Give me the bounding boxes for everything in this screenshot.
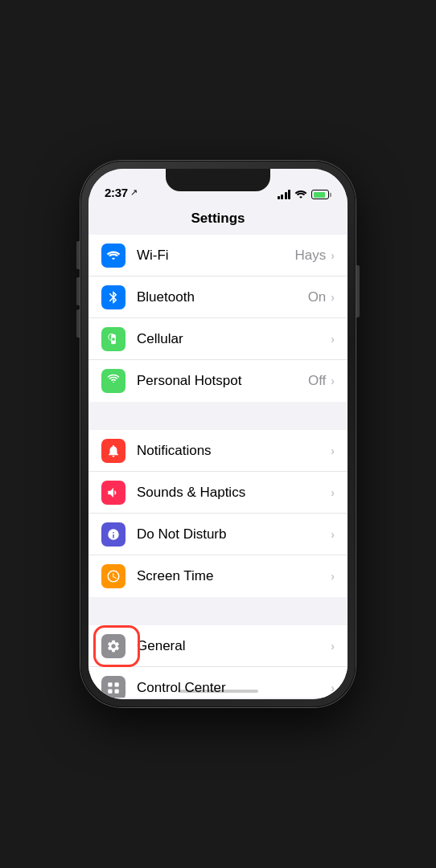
row-cellular[interactable]: Cellular › [88,318,348,360]
donotdisturb-label: Do Not Disturb [137,526,331,542]
hotspot-label: Personal Hotspot [137,373,308,389]
section-connectivity: Wi-Fi Hays › Bluetooth On › [88,235,348,402]
screentime-label: Screen Time [137,568,331,584]
controlcenter-icon [101,676,125,698]
donotdisturb-chevron: › [331,528,335,541]
notifications-chevron: › [331,444,335,457]
cellular-icon [101,327,125,351]
svg-rect-4 [115,682,119,686]
settings-content: Settings Wi-Fi [88,204,348,699]
hotspot-icon [101,369,125,393]
donotdisturb-icon [101,522,125,547]
row-sounds[interactable]: Sounds & Haptics › [88,472,348,514]
bluetooth-value: On [308,289,327,305]
sounds-icon [101,481,125,505]
controlcenter-label: Control Center [137,680,331,696]
battery-icon [311,190,331,199]
hotspot-chevron: › [331,375,335,387]
section-alerts: Notifications › Sounds & Haptics › [88,430,348,597]
general-label: General [137,638,331,654]
location-icon: ↗ [130,187,138,198]
home-indicator [178,690,258,693]
settings-list: Wi-Fi Hays › Bluetooth On › [88,235,348,698]
cellular-chevron: › [331,333,335,346]
sounds-chevron: › [331,486,335,499]
bluetooth-icon [101,285,125,309]
row-hotspot[interactable]: Personal Hotspot Off › [88,360,348,402]
notch [166,169,270,191]
screentime-chevron: › [331,570,335,583]
settings-header: Settings [88,204,348,235]
controlcenter-chevron: › [331,682,335,694]
svg-rect-5 [108,689,112,693]
gap-1 [88,402,348,430]
phone-frame: 2:37 ↗ [80,161,356,707]
cellular-label: Cellular [137,331,326,347]
bluetooth-chevron: › [331,291,335,304]
hotspot-value: Off [308,373,326,389]
row-wifi[interactable]: Wi-Fi Hays › [88,235,348,276]
phone-screen: 2:37 ↗ [88,169,348,699]
svg-point-2 [112,338,115,341]
general-icon [101,634,125,658]
notifications-label: Notifications [137,443,331,459]
row-screentime[interactable]: Screen Time › [88,555,348,597]
settings-title: Settings [191,211,245,226]
general-chevron: › [331,640,335,653]
row-controlcenter[interactable]: Control Center › [88,667,348,698]
notifications-icon [101,439,125,463]
bluetooth-label: Bluetooth [137,289,308,305]
wifi-label: Wi-Fi [137,248,295,264]
wifi-icon [101,244,125,268]
row-general[interactable]: General › [88,625,348,667]
wifi-status-icon [294,190,307,199]
status-icons [278,190,332,199]
row-bluetooth[interactable]: Bluetooth On › [88,276,348,318]
signal-bars-icon [278,190,291,199]
row-notifications[interactable]: Notifications › [88,430,348,472]
wifi-value: Hays [295,248,327,264]
svg-rect-3 [108,682,112,686]
screentime-icon [101,564,125,588]
wifi-chevron: › [331,249,335,262]
gap-2 [88,597,348,625]
section-system: General › Control C [88,625,348,698]
svg-rect-6 [115,689,119,693]
status-time: 2:37 [105,186,128,199]
row-donotdisturb[interactable]: Do Not Disturb › [88,514,348,555]
sounds-label: Sounds & Haptics [137,485,331,501]
